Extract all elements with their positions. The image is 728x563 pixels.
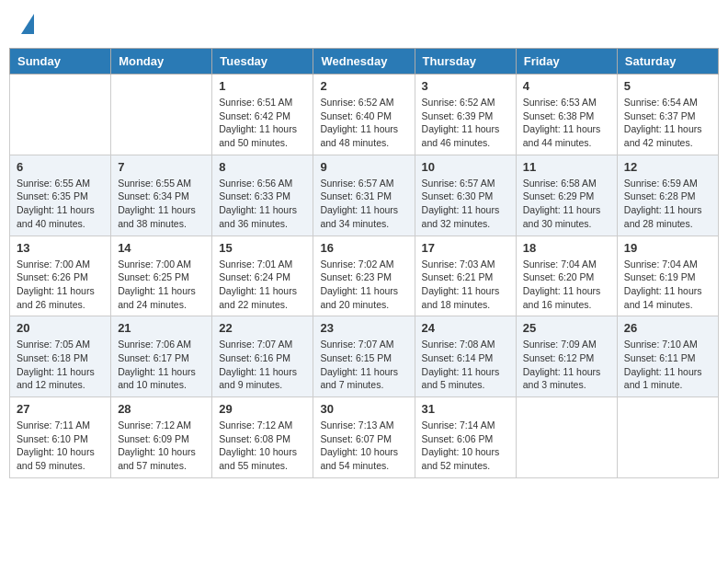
day-info: Sunrise: 7:09 AM Sunset: 6:12 PM Dayligh… (523, 338, 610, 392)
day-number: 25 (523, 321, 610, 335)
day-header-monday: Monday (111, 49, 212, 75)
calendar-cell: 6Sunrise: 6:55 AM Sunset: 6:35 PM Daylig… (10, 155, 111, 236)
day-number: 23 (320, 321, 407, 335)
day-info: Sunrise: 6:55 AM Sunset: 6:34 PM Dayligh… (118, 177, 205, 231)
day-number: 2 (320, 79, 407, 93)
day-number: 13 (17, 241, 104, 255)
day-number: 3 (422, 79, 509, 93)
day-info: Sunrise: 7:14 AM Sunset: 6:06 PM Dayligh… (422, 419, 509, 473)
calendar-cell: 13Sunrise: 7:00 AM Sunset: 6:26 PM Dayli… (10, 236, 111, 316)
day-number: 31 (422, 402, 509, 416)
day-info: Sunrise: 6:54 AM Sunset: 6:37 PM Dayligh… (624, 96, 711, 150)
day-number: 16 (320, 241, 407, 255)
day-number: 27 (17, 402, 104, 416)
day-number: 5 (624, 79, 711, 93)
calendar-cell: 20Sunrise: 7:05 AM Sunset: 6:18 PM Dayli… (10, 316, 111, 397)
day-info: Sunrise: 7:12 AM Sunset: 6:09 PM Dayligh… (118, 419, 205, 473)
day-header-sunday: Sunday (10, 49, 111, 75)
day-info: Sunrise: 6:57 AM Sunset: 6:31 PM Dayligh… (320, 177, 407, 231)
calendar-cell: 22Sunrise: 7:07 AM Sunset: 6:16 PM Dayli… (212, 316, 313, 397)
calendar-cell: 18Sunrise: 7:04 AM Sunset: 6:20 PM Dayli… (516, 236, 617, 316)
calendar-cell: 24Sunrise: 7:08 AM Sunset: 6:14 PM Dayli… (415, 316, 516, 397)
calendar-cell: 30Sunrise: 7:13 AM Sunset: 6:07 PM Dayli… (313, 397, 415, 478)
day-info: Sunrise: 6:58 AM Sunset: 6:29 PM Dayligh… (523, 177, 610, 231)
day-info: Sunrise: 7:02 AM Sunset: 6:23 PM Dayligh… (320, 258, 407, 312)
day-number: 7 (118, 160, 205, 174)
day-number: 19 (624, 241, 711, 255)
calendar-cell: 19Sunrise: 7:04 AM Sunset: 6:19 PM Dayli… (617, 236, 718, 316)
day-number: 20 (17, 321, 104, 335)
day-info: Sunrise: 6:55 AM Sunset: 6:35 PM Dayligh… (17, 177, 104, 231)
day-info: Sunrise: 7:05 AM Sunset: 6:18 PM Dayligh… (17, 338, 104, 392)
calendar-cell: 28Sunrise: 7:12 AM Sunset: 6:09 PM Dayli… (111, 397, 212, 478)
calendar-cell: 1Sunrise: 6:51 AM Sunset: 6:42 PM Daylig… (212, 75, 313, 155)
day-info: Sunrise: 6:52 AM Sunset: 6:39 PM Dayligh… (422, 96, 509, 150)
calendar-cell (516, 397, 617, 478)
day-info: Sunrise: 7:11 AM Sunset: 6:10 PM Dayligh… (17, 419, 104, 473)
calendar-cell: 2Sunrise: 6:52 AM Sunset: 6:40 PM Daylig… (313, 75, 415, 155)
day-info: Sunrise: 6:59 AM Sunset: 6:28 PM Dayligh… (624, 177, 711, 231)
day-number: 21 (118, 321, 205, 335)
day-header-tuesday: Tuesday (212, 49, 313, 75)
calendar-cell (617, 397, 718, 478)
calendar-cell: 15Sunrise: 7:01 AM Sunset: 6:24 PM Dayli… (212, 236, 313, 316)
calendar-cell (10, 75, 111, 155)
day-number: 30 (320, 402, 407, 416)
calendar-cell: 16Sunrise: 7:02 AM Sunset: 6:23 PM Dayli… (313, 236, 415, 316)
day-info: Sunrise: 7:00 AM Sunset: 6:25 PM Dayligh… (118, 258, 205, 312)
calendar-cell: 11Sunrise: 6:58 AM Sunset: 6:29 PM Dayli… (516, 155, 617, 236)
calendar-cell: 5Sunrise: 6:54 AM Sunset: 6:37 PM Daylig… (617, 75, 718, 155)
calendar-cell: 8Sunrise: 6:56 AM Sunset: 6:33 PM Daylig… (212, 155, 313, 236)
day-info: Sunrise: 7:12 AM Sunset: 6:08 PM Dayligh… (219, 419, 306, 473)
day-number: 8 (219, 160, 306, 174)
calendar-table: SundayMondayTuesdayWednesdayThursdayFrid… (9, 48, 719, 478)
calendar-cell: 4Sunrise: 6:53 AM Sunset: 6:38 PM Daylig… (516, 75, 617, 155)
day-number: 10 (422, 160, 509, 174)
day-info: Sunrise: 7:04 AM Sunset: 6:20 PM Dayligh… (523, 258, 610, 312)
day-info: Sunrise: 7:13 AM Sunset: 6:07 PM Dayligh… (320, 419, 407, 473)
calendar-cell: 31Sunrise: 7:14 AM Sunset: 6:06 PM Dayli… (415, 397, 516, 478)
day-info: Sunrise: 7:08 AM Sunset: 6:14 PM Dayligh… (422, 338, 509, 392)
day-info: Sunrise: 6:57 AM Sunset: 6:30 PM Dayligh… (422, 177, 509, 231)
day-number: 1 (219, 79, 306, 93)
calendar-cell: 21Sunrise: 7:06 AM Sunset: 6:17 PM Dayli… (111, 316, 212, 397)
day-number: 17 (422, 241, 509, 255)
calendar-cell: 7Sunrise: 6:55 AM Sunset: 6:34 PM Daylig… (111, 155, 212, 236)
logo (18, 14, 34, 34)
day-number: 12 (624, 160, 711, 174)
day-info: Sunrise: 7:07 AM Sunset: 6:16 PM Dayligh… (219, 338, 306, 392)
day-info: Sunrise: 7:03 AM Sunset: 6:21 PM Dayligh… (422, 258, 509, 312)
calendar-cell: 27Sunrise: 7:11 AM Sunset: 6:10 PM Dayli… (10, 397, 111, 478)
day-number: 15 (219, 241, 306, 255)
logo-triangle-icon (21, 14, 34, 34)
day-info: Sunrise: 7:10 AM Sunset: 6:11 PM Dayligh… (624, 338, 711, 392)
calendar-cell: 9Sunrise: 6:57 AM Sunset: 6:31 PM Daylig… (313, 155, 415, 236)
day-header-saturday: Saturday (617, 49, 718, 75)
day-header-wednesday: Wednesday (313, 49, 415, 75)
day-info: Sunrise: 6:51 AM Sunset: 6:42 PM Dayligh… (219, 96, 306, 150)
day-number: 24 (422, 321, 509, 335)
day-number: 28 (118, 402, 205, 416)
day-number: 9 (320, 160, 407, 174)
day-number: 4 (523, 79, 610, 93)
day-info: Sunrise: 6:52 AM Sunset: 6:40 PM Dayligh… (320, 96, 407, 150)
page-header (9, 9, 719, 39)
day-number: 11 (523, 160, 610, 174)
calendar-cell: 10Sunrise: 6:57 AM Sunset: 6:30 PM Dayli… (415, 155, 516, 236)
day-info: Sunrise: 7:07 AM Sunset: 6:15 PM Dayligh… (320, 338, 407, 392)
calendar-cell: 17Sunrise: 7:03 AM Sunset: 6:21 PM Dayli… (415, 236, 516, 316)
day-info: Sunrise: 7:06 AM Sunset: 6:17 PM Dayligh… (118, 338, 205, 392)
day-info: Sunrise: 6:56 AM Sunset: 6:33 PM Dayligh… (219, 177, 306, 231)
calendar-cell: 23Sunrise: 7:07 AM Sunset: 6:15 PM Dayli… (313, 316, 415, 397)
day-number: 18 (523, 241, 610, 255)
day-number: 29 (219, 402, 306, 416)
day-info: Sunrise: 6:53 AM Sunset: 6:38 PM Dayligh… (523, 96, 610, 150)
calendar-cell: 14Sunrise: 7:00 AM Sunset: 6:25 PM Dayli… (111, 236, 212, 316)
day-info: Sunrise: 7:01 AM Sunset: 6:24 PM Dayligh… (219, 258, 306, 312)
calendar-cell: 25Sunrise: 7:09 AM Sunset: 6:12 PM Dayli… (516, 316, 617, 397)
calendar-cell (111, 75, 212, 155)
calendar-cell: 29Sunrise: 7:12 AM Sunset: 6:08 PM Dayli… (212, 397, 313, 478)
day-number: 6 (17, 160, 104, 174)
calendar-cell: 12Sunrise: 6:59 AM Sunset: 6:28 PM Dayli… (617, 155, 718, 236)
day-number: 26 (624, 321, 711, 335)
